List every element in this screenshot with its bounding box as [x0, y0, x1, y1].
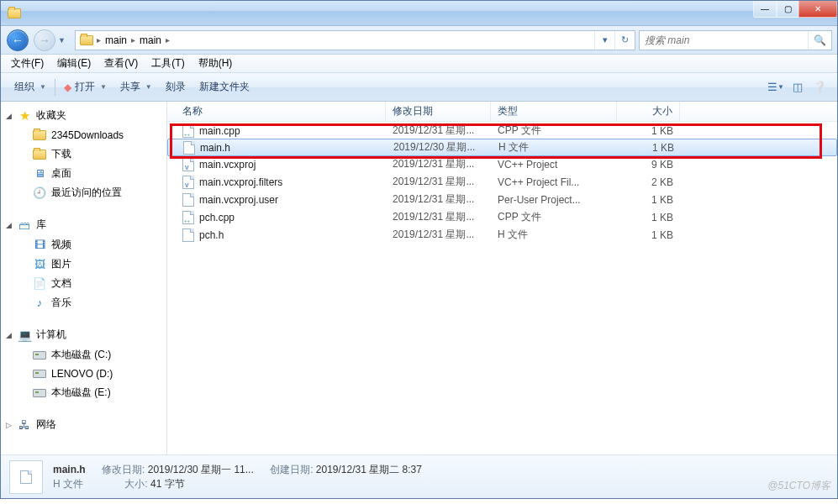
menu-view[interactable]: 查看(V): [98, 55, 145, 72]
file-row[interactable]: main.vcxproj2019/12/31 星期...VC++ Project…: [167, 155, 837, 173]
file-row[interactable]: pch.h2019/12/31 星期...H 文件1 KB: [167, 226, 837, 244]
file-date: 2019/12/31 星期...: [386, 228, 491, 242]
sidebar: ★收藏夹 2345Downloads 下载 🖥桌面 🕘最近访问的位置 🗃库 🎞视…: [1, 102, 167, 454]
search-box[interactable]: 🔍: [639, 30, 832, 50]
minimize-button[interactable]: —: [753, 1, 777, 18]
file-size: 1 KB: [617, 125, 680, 137]
file-icon: [182, 158, 194, 171]
file-type: Per-User Project...: [491, 194, 617, 206]
network-icon: 🖧: [18, 418, 31, 432]
file-size: 1 KB: [617, 229, 680, 241]
file-name: main.h: [200, 142, 230, 154]
view-options-button[interactable]: ☰ ▼: [765, 76, 787, 98]
breadcrumb-sep[interactable]: ▸: [95, 35, 103, 45]
sidebar-item-downloads[interactable]: 下载: [1, 144, 166, 164]
open-button[interactable]: ◆ 打开▼: [57, 76, 113, 97]
sidebar-item-drive-d[interactable]: LENOVO (D:): [1, 365, 166, 383]
file-size: 1 KB: [617, 194, 680, 206]
breadcrumb-sep[interactable]: ▸: [164, 35, 171, 45]
help-button[interactable]: ❔: [809, 76, 830, 98]
sidebar-item-pictures[interactable]: 🖼图片: [1, 255, 166, 274]
new-folder-button[interactable]: 新建文件夹: [192, 76, 256, 97]
file-date: 2019/12/31 星期...: [386, 157, 491, 171]
file-icon: [183, 141, 195, 155]
file-name: main.cpp: [199, 125, 240, 137]
sidebar-item-recent[interactable]: 🕘最近访问的位置: [1, 183, 166, 202]
sidebar-item-2345downloads[interactable]: 2345Downloads: [1, 126, 166, 144]
sidebar-item-videos[interactable]: 🎞视频: [1, 235, 166, 255]
col-size[interactable]: 大小: [617, 102, 680, 122]
search-icon[interactable]: 🔍: [808, 31, 831, 50]
close-button[interactable]: ✕: [798, 1, 837, 18]
sidebar-item-desktop[interactable]: 🖥桌面: [1, 164, 166, 183]
refresh-button[interactable]: ↻: [614, 31, 635, 50]
file-type: VC++ Project: [491, 159, 617, 171]
file-name: main.vcxproj: [199, 159, 256, 171]
organize-button[interactable]: 组织▼: [8, 76, 53, 97]
maximize-button[interactable]: ▢: [777, 1, 798, 18]
documents-icon: 📄: [33, 277, 46, 291]
history-dropdown[interactable]: ▼: [58, 36, 70, 45]
file-row[interactable]: main.cpp2019/12/31 星期...CPP 文件1 KB: [167, 122, 837, 139]
folder-icon: [33, 148, 46, 161]
file-row[interactable]: pch.cpp2019/12/31 星期...CPP 文件1 KB: [167, 208, 837, 226]
sidebar-favorites[interactable]: ★收藏夹: [1, 105, 166, 126]
desktop-icon: 🖥: [33, 167, 46, 181]
file-row[interactable]: main.vcxproj.user2019/12/31 星期...Per-Use…: [167, 191, 837, 208]
sidebar-libraries[interactable]: 🗃库: [1, 214, 166, 235]
drive-icon: [33, 349, 46, 362]
file-row[interactable]: main.vcxproj.filters2019/12/31 星期...VC++…: [167, 173, 837, 191]
col-date[interactable]: 修改日期: [386, 102, 491, 122]
file-date: 2019/12/31 星期...: [386, 192, 491, 207]
address-bar[interactable]: ▸ main ▸ main ▸ ▾ ↻: [75, 30, 635, 50]
col-type[interactable]: 类型: [491, 102, 617, 122]
sidebar-item-drive-c[interactable]: 本地磁盘 (C:): [1, 345, 166, 365]
file-size: 9 KB: [617, 159, 680, 171]
file-row[interactable]: main.h2019/12/30 星期...H 文件1 KB: [167, 139, 837, 156]
folder-icon: [33, 129, 46, 142]
sidebar-item-drive-e[interactable]: 本地磁盘 (E:): [1, 383, 166, 402]
file-date: 2019/12/30 星期...: [387, 140, 492, 155]
back-button[interactable]: ←: [4, 28, 31, 53]
address-dropdown[interactable]: ▾: [594, 31, 614, 50]
menu-file[interactable]: 文件(F): [4, 55, 50, 72]
sidebar-item-music[interactable]: ♪音乐: [1, 293, 166, 312]
file-name: main.vcxproj.user: [199, 194, 278, 206]
col-name[interactable]: 名称: [167, 102, 386, 122]
sidebar-network[interactable]: 🖧网络: [1, 414, 166, 435]
star-icon: ★: [18, 109, 31, 123]
file-date: 2019/12/31 星期...: [386, 210, 491, 224]
file-type: CPP 文件: [491, 123, 617, 138]
menu-help[interactable]: 帮助(H): [192, 55, 240, 72]
pictures-icon: 🖼: [33, 258, 46, 271]
file-type: VC++ Project Fil...: [491, 176, 617, 188]
toolbar: 组织▼ ◆ 打开▼ 共享▼ 刻录 新建文件夹 ☰ ▼ ◫ ❔: [1, 73, 837, 102]
column-headers: 名称 修改日期 类型 大小: [167, 102, 837, 122]
search-input[interactable]: [640, 34, 808, 46]
file-thumbnail: [9, 460, 43, 494]
menu-tools[interactable]: 工具(T): [145, 55, 191, 72]
drive-icon: [33, 367, 46, 381]
file-name: pch.h: [199, 229, 224, 241]
burn-button[interactable]: 刻录: [159, 76, 192, 97]
sidebar-item-documents[interactable]: 📄文档: [1, 274, 166, 293]
titlebar[interactable]: — ▢ ✕: [1, 1, 837, 26]
file-icon: [182, 228, 194, 242]
recent-icon: 🕘: [33, 186, 46, 200]
menu-edit[interactable]: 编辑(E): [50, 55, 98, 72]
computer-icon: 💻: [18, 328, 31, 342]
breadcrumb-sep[interactable]: ▸: [129, 35, 137, 45]
file-type: CPP 文件: [491, 210, 617, 224]
breadcrumb-item[interactable]: main: [103, 34, 129, 46]
preview-pane-button[interactable]: ◫: [787, 76, 809, 98]
file-icon: [182, 193, 194, 207]
file-name: pch.cpp: [199, 212, 235, 223]
details-pane: main.h 修改日期: 2019/12/30 星期一 11... 创建日期: …: [1, 454, 837, 498]
share-button[interactable]: 共享▼: [113, 76, 159, 97]
breadcrumb-item[interactable]: main: [137, 34, 164, 46]
file-icon: [182, 211, 194, 224]
folder-icon: [78, 35, 95, 45]
file-type: H 文件: [491, 228, 617, 242]
details-name: main.h: [53, 464, 86, 475]
sidebar-computer[interactable]: 💻计算机: [1, 324, 166, 345]
